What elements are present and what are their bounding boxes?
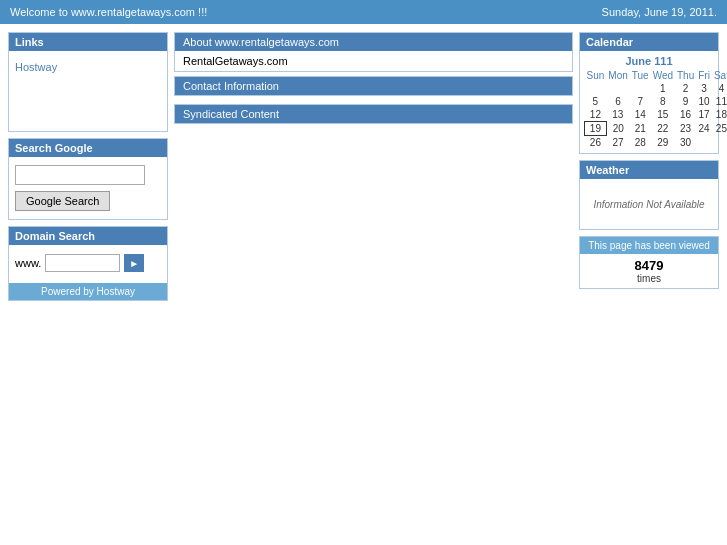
- calendar-table: SunMonTueWedThuFriSat 123456789101112131…: [584, 69, 727, 149]
- calendar-day-cell: 7: [630, 95, 651, 108]
- about-header: About www.rentalgetaways.com: [175, 33, 572, 51]
- calendar-day-cell: 3: [696, 82, 712, 95]
- middle-column: About www.rentalgetaways.com RentalGetaw…: [174, 32, 573, 124]
- calendar-day-cell: 11: [712, 95, 727, 108]
- calendar-day-cell: [630, 82, 651, 95]
- calendar-day-cell: 16: [675, 108, 696, 122]
- weather-widget: Weather Information Not Available: [579, 160, 719, 230]
- links-header: Links: [9, 33, 167, 51]
- calendar-day-cell: 9: [675, 95, 696, 108]
- links-widget: Links Hostway: [8, 32, 168, 132]
- calendar-day-cell: 30: [675, 136, 696, 150]
- cal-day-header: Mon: [606, 69, 629, 82]
- cal-day-header: Fri: [696, 69, 712, 82]
- calendar-body-rows: 1234567891011121314151617181920212223242…: [585, 82, 728, 149]
- calendar-title: June 111: [584, 55, 714, 67]
- calendar-header: Calendar: [580, 33, 718, 51]
- pageviews-widget: This page has been viewed 8479 times: [579, 236, 719, 289]
- calendar-day-cell: 1: [651, 82, 675, 95]
- left-column: Links Hostway Search Google Google Searc…: [8, 32, 168, 301]
- cal-day-header: Thu: [675, 69, 696, 82]
- contact-header: Contact Information: [175, 77, 572, 95]
- current-date: Sunday, June 19, 2011.: [602, 6, 717, 18]
- domain-body: www. ►: [9, 245, 167, 277]
- calendar-day-cell: 26: [585, 136, 607, 150]
- domain-input[interactable]: [45, 254, 120, 272]
- view-label: times: [584, 273, 714, 284]
- calendar-week-row: 2627282930: [585, 136, 728, 150]
- calendar-day-cell: 12: [585, 108, 607, 122]
- calendar-day-cell: 4: [712, 82, 727, 95]
- calendar-week-row: 12131415161718: [585, 108, 728, 122]
- search-google-widget: Search Google Google Search: [8, 138, 168, 220]
- calendar-body: June 111 SunMonTueWedThuFriSat 123456789…: [580, 51, 718, 153]
- domain-search-button[interactable]: ►: [124, 254, 144, 272]
- calendar-day-cell: 17: [696, 108, 712, 122]
- calendar-day-cell: 21: [630, 122, 651, 136]
- weather-header: Weather: [580, 161, 718, 179]
- cal-day-header: Wed: [651, 69, 675, 82]
- calendar-week-row: 567891011: [585, 95, 728, 108]
- calendar-day-cell: 25: [712, 122, 727, 136]
- calendar-day-cell: 8: [651, 95, 675, 108]
- about-body: RentalGetaways.com: [175, 51, 572, 71]
- contact-section: Contact Information: [174, 76, 573, 96]
- cal-day-header: Sun: [585, 69, 607, 82]
- calendar-day-cell: 19: [585, 122, 607, 136]
- calendar-day-cell: [696, 136, 712, 150]
- calendar-day-cell: 20: [606, 122, 629, 136]
- domain-row: www. ►: [15, 254, 161, 272]
- cal-day-header: Tue: [630, 69, 651, 82]
- calendar-day-cell: 29: [651, 136, 675, 150]
- links-body: Hostway: [9, 51, 167, 131]
- google-search-button[interactable]: Google Search: [15, 191, 110, 211]
- calendar-day-cell: [712, 136, 727, 150]
- calendar-day-cell: [606, 82, 629, 95]
- right-column: Calendar June 111 SunMonTueWedThuFriSat …: [579, 32, 719, 289]
- calendar-day-cell: 2: [675, 82, 696, 95]
- calendar-day-cell: 5: [585, 95, 607, 108]
- pageviews-header: This page has been viewed: [580, 237, 718, 254]
- page-header: Welcome to www.rentalgetaways.com !!! Su…: [0, 0, 727, 24]
- calendar-days-row: SunMonTueWedThuFriSat: [585, 69, 728, 82]
- hostway-link[interactable]: Hostway: [15, 61, 161, 73]
- calendar-day-cell: 24: [696, 122, 712, 136]
- search-input[interactable]: [15, 165, 145, 185]
- calendar-day-cell: 6: [606, 95, 629, 108]
- site-title: Welcome to www.rentalgetaways.com !!!: [10, 6, 207, 18]
- calendar-day-cell: 23: [675, 122, 696, 136]
- calendar-day-cell: 13: [606, 108, 629, 122]
- syndicated-section: Syndicated Content: [174, 104, 573, 124]
- calendar-day-cell: 14: [630, 108, 651, 122]
- cal-day-header: Sat: [712, 69, 727, 82]
- domain-header: Domain Search: [9, 227, 167, 245]
- powered-by-bar: Powered by Hostway: [9, 283, 167, 300]
- syndicated-header: Syndicated Content: [175, 105, 572, 123]
- powered-by-text: Powered by Hostway: [41, 286, 135, 297]
- calendar-day-cell: 10: [696, 95, 712, 108]
- calendar-week-row: 19202122232425: [585, 122, 728, 136]
- about-site-name: RentalGetaways.com: [183, 55, 288, 67]
- search-header: Search Google: [9, 139, 167, 157]
- calendar-day-cell: 27: [606, 136, 629, 150]
- weather-body: Information Not Available: [580, 179, 718, 229]
- about-section: About www.rentalgetaways.com RentalGetaw…: [174, 32, 573, 72]
- calendar-day-cell: 15: [651, 108, 675, 122]
- calendar-day-cell: 22: [651, 122, 675, 136]
- weather-text: Information Not Available: [593, 199, 704, 210]
- main-content: Links Hostway Search Google Google Searc…: [0, 24, 727, 309]
- domain-search-widget: Domain Search www. ► Powered by Hostway: [8, 226, 168, 301]
- calendar-day-cell: 18: [712, 108, 727, 122]
- pageviews-body: 8479 times: [580, 254, 718, 288]
- calendar-day-cell: [585, 82, 607, 95]
- domain-prefix: www.: [15, 257, 41, 269]
- calendar-widget: Calendar June 111 SunMonTueWedThuFriSat …: [579, 32, 719, 154]
- view-count: 8479: [584, 258, 714, 273]
- search-body: Google Search: [9, 157, 167, 219]
- calendar-week-row: 1234: [585, 82, 728, 95]
- calendar-day-cell: 28: [630, 136, 651, 150]
